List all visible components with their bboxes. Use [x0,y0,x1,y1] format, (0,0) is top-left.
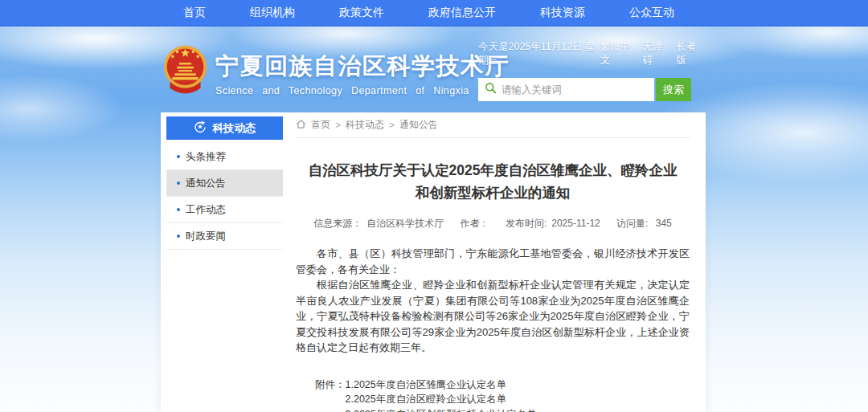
current-date: 今天是2025年11月12日 星期三 [478,40,600,67]
search-button[interactable]: 搜索 [656,78,691,101]
site-title-english: Science and Technology Department of Nin… [215,85,510,96]
article-area: 首页 > 科技动态 > 通知公告 自治区科技厅关于认定2025年度自治区雏鹰企业… [296,112,690,412]
date-row: 今天是2025年11月12日 星期三 繁體中文 无障碍 长者版 [478,40,702,67]
attachments-label: 附件： [315,377,346,412]
top-nav: 首页 组织机构 政策文件 政府信息公开 科技资源 公众互动 [0,0,868,27]
nav-item-policy-documents[interactable]: 政策文件 [339,6,384,20]
quick-links: 繁體中文 无障碍 长者版 [600,40,702,67]
article-meta: 信息来源：自治区科学技术厅 作者： 发布时间:2025-11-12 访问量: 3… [296,217,690,230]
header-right: 今天是2025年11月12日 星期三 繁體中文 无障碍 长者版 [478,40,702,101]
sidebar-item-label: 头条推荐 [186,150,226,164]
bullet-icon [177,155,180,158]
sidebar-item-label: 时政要闻 [186,230,226,243]
sidebar-header-sci-tech-news[interactable]: 科技动态 [166,116,283,140]
circle-star-icon [194,120,207,136]
content-panel: 科技动态 头条推荐 通知公告 工作动态 时政要闻 [161,112,706,412]
nav-item-public-interaction[interactable]: 公众互动 [629,6,674,20]
article-title: 自治区科技厅关于认定2025年度自治区雏鹰企业、瞪羚企业 和创新型标杆企业的通知 [296,159,690,204]
article-title-line2: 和创新型标杆企业的通知 [416,185,571,201]
nav-item-gov-info-disclosure[interactable]: 政府信息公开 [428,6,496,20]
meta-views-label: 访问量: [616,218,648,229]
breadcrumb-home[interactable]: 首页 [311,118,330,132]
breadcrumb-sci-tech-news[interactable]: 科技动态 [346,118,384,132]
site-header: 宁夏回族自治区科学技术厅 Science and Technology Depa… [0,37,868,114]
attachment-list: 1.2025年度自治区雏鹰企业认定名单 2.2025年度自治区瞪羚企业认定名单 … [346,377,537,412]
article-paragraph: 各市、县（区）科技管理部门，宁东能源化工基地管委会，银川经济技术开发区管委会，各… [296,246,690,277]
nav-item-sci-tech-resources[interactable]: 科技资源 [540,6,585,20]
meta-source-label: 信息来源： [313,218,362,229]
breadcrumb-separator: > [389,120,395,131]
search-icon [485,82,497,97]
article-title-line1: 自治区科技厅关于认定2025年度自治区雏鹰企业、瞪羚企业 [309,162,678,178]
sidebar-item-label: 工作动态 [186,203,226,217]
breadcrumb-separator: > [335,120,341,131]
bullet-icon [177,208,180,211]
meta-views-value: 345 [656,218,672,229]
article-body: 各市、县（区）科技管理部门，宁东能源化工基地管委会，银川经济技术开发区管委会，各… [296,246,690,356]
sidebar-item-political-news[interactable]: 时政要闻 [166,223,283,250]
link-traditional-chinese[interactable]: 繁體中文 [600,40,636,67]
nav-item-organization[interactable]: 组织机构 [250,6,295,20]
sidebar-menu: 头条推荐 通知公告 工作动态 时政要闻 [166,144,283,250]
meta-publish-date: 2025-11-12 [551,218,600,229]
national-emblem-icon [162,43,208,101]
meta-publish-label: 发布时间: [506,218,547,229]
link-accessibility[interactable]: 无障碍 [642,40,669,67]
home-icon [296,119,306,132]
meta-author-label: 作者： [461,218,489,229]
brand: 宁夏回族自治区科学技术厅 Science and Technology Depa… [162,43,510,101]
attachment-link-3[interactable]: 3.2025年度自治区创新型标杆企业认定名单 [346,407,537,412]
sidebar-header-label: 科技动态 [213,121,256,136]
page: 首页 组织机构 政策文件 政府信息公开 科技资源 公众互动 [0,0,868,412]
site-title: 宁夏回族自治区科学技术厅 [215,54,510,80]
bullet-icon [177,182,180,185]
search-box [478,78,654,101]
sidebar-item-notices[interactable]: 通知公告 [166,170,283,197]
meta-source-value: 自治区科学技术厅 [366,218,444,229]
bullet-icon [177,235,180,238]
brand-text: 宁夏回族自治区科学技术厅 Science and Technology Depa… [215,54,510,101]
link-elderly-version[interactable]: 长者版 [676,40,702,67]
sidebar-item-label: 通知公告 [186,177,226,190]
search-bar: 搜索 [478,78,702,101]
article-paragraph: 根据自治区雏鹰企业、瞪羚企业和创新型标杆企业认定管理有关规定，决定认定半亩良人农… [296,277,690,356]
attachment-link-1[interactable]: 1.2025年度自治区雏鹰企业认定名单 [346,377,537,393]
sidebar-item-headlines[interactable]: 头条推荐 [166,144,283,170]
attachments: 附件： 1.2025年度自治区雏鹰企业认定名单 2.2025年度自治区瞪羚企业认… [296,377,690,412]
breadcrumb: 首页 > 科技动态 > 通知公告 [296,112,690,138]
sidebar: 科技动态 头条推荐 通知公告 工作动态 时政要闻 [166,116,283,412]
nav-item-home[interactable]: 首页 [183,6,206,20]
sidebar-item-work-updates[interactable]: 工作动态 [166,197,283,223]
breadcrumb-notices[interactable]: 通知公告 [399,118,438,132]
attachment-link-2[interactable]: 2.2025年度自治区瞪羚企业认定名单 [346,392,537,407]
search-input[interactable] [502,84,648,96]
